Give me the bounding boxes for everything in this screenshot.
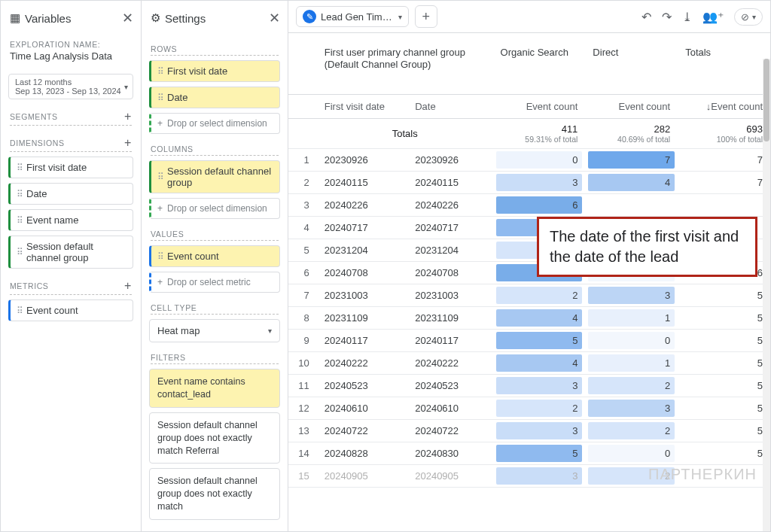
table-row[interactable]: 112024052320240523325 (288, 374, 770, 397)
table-row[interactable]: 22024011520240115347 (288, 171, 770, 193)
cell-organic: 5 (493, 329, 586, 351)
metric-chip[interactable]: ⠿Event count (8, 299, 133, 321)
cell-direct: 2 (585, 374, 678, 397)
redo-icon[interactable]: ↷ (662, 10, 672, 24)
cell-date: 20240610 (407, 397, 492, 419)
row-index: 12 (288, 397, 317, 419)
value-chip[interactable]: ⠿Event count (149, 245, 280, 267)
rows-header: ROWS (151, 44, 279, 56)
row-chip[interactable]: ⠿First visit date (149, 60, 280, 82)
cell-direct: 0 (585, 442, 678, 464)
plus-icon: + (157, 277, 163, 287)
table-row[interactable]: 122024061020240610235 (288, 397, 770, 419)
chevron-down-icon: ▾ (398, 13, 402, 21)
add-segment-button[interactable]: + (124, 110, 132, 123)
plus-icon: + (157, 203, 163, 214)
filter-card[interactable]: Event name contains contact_lead (149, 369, 280, 408)
variables-title: Variables (25, 12, 71, 25)
add-tab-button[interactable]: + (415, 5, 437, 28)
column-dropzone[interactable]: +Drop or select dimension (149, 198, 280, 219)
drag-icon: ⠿ (157, 93, 163, 103)
table-row[interactable]: 12023092620230926077 (288, 148, 770, 171)
cell-direct: 0 (585, 329, 678, 351)
cell-type-select[interactable]: Heat map ▾ (149, 319, 280, 342)
sampling-status[interactable]: ⊘▾ (734, 8, 763, 26)
cell-first-visit-date: 20231204 (317, 239, 407, 261)
cell-date: 20240117 (407, 329, 492, 351)
tab-lead-gen[interactable]: ✎ Lead Gen Tim… ▾ (296, 6, 409, 27)
col-header[interactable]: Event count (585, 94, 678, 118)
row-index: 5 (288, 239, 317, 261)
cell-first-visit-date: 20240828 (317, 442, 407, 464)
columns-header: COLUMNS (151, 144, 279, 156)
close-icon[interactable]: ✕ (122, 10, 133, 26)
settings-panel: ⚙ Settings ✕ ROWS ⠿First visit date ⠿Dat… (142, 1, 288, 531)
row-dropzone[interactable]: +Drop or select dimension (149, 113, 280, 134)
cell-first-visit-date: 20240115 (317, 171, 407, 193)
cell-first-visit-date: 20240708 (317, 261, 407, 284)
table-row[interactable]: 320240226202402266 (288, 193, 770, 216)
add-metric-button[interactable]: + (124, 279, 132, 293)
table-row[interactable]: 132024072220240722325 (288, 419, 770, 442)
row-chip[interactable]: ⠿Date (149, 87, 280, 108)
cell-first-visit-date: 20230926 (317, 148, 407, 171)
drag-icon: ⠿ (157, 251, 163, 262)
cell-date: 20240722 (407, 419, 492, 442)
value-dropzone[interactable]: +Drop or select metric (149, 272, 280, 293)
close-icon[interactable]: ✕ (269, 10, 280, 26)
drag-icon: ⠿ (17, 247, 22, 257)
row-index: 3 (288, 193, 317, 216)
download-icon[interactable]: ⤓ (682, 10, 692, 24)
cell-organic: 3 (493, 374, 586, 397)
dimension-chip[interactable]: ⠿Event name (8, 209, 133, 231)
undo-icon[interactable]: ↶ (641, 10, 651, 24)
cell-direct: 3 (585, 397, 678, 419)
col-header[interactable]: Event count (493, 94, 586, 118)
cell-first-visit-date: 20240717 (317, 216, 407, 239)
add-dimension-button[interactable]: + (124, 136, 132, 150)
column-chip[interactable]: ⠿Session default channel group (149, 160, 280, 193)
table-row[interactable]: 102024022220240222415 (288, 351, 770, 374)
cell-total: 5 (678, 329, 770, 351)
col-header[interactable]: Date (407, 94, 492, 118)
table-row[interactable]: 72023100320231003235 (288, 284, 770, 306)
col-header-sort[interactable]: ↓Event count (678, 94, 770, 118)
row-index: 7 (288, 284, 317, 306)
dimension-chip[interactable]: ⠿Date (8, 183, 133, 205)
cell-direct: 1 (585, 306, 678, 329)
cell-first-visit-date: 20240523 (317, 374, 407, 397)
col-header[interactable]: First visit date (317, 94, 407, 118)
cell-total: 5 (678, 284, 770, 306)
dimensions-header: DIMENSIONS + (10, 136, 132, 152)
filter-card[interactable]: Session default channel group does not e… (149, 468, 280, 520)
filter-card[interactable]: Session default channel group does not e… (149, 412, 280, 464)
annotation-callout: The date of the first visit and the date… (537, 217, 757, 277)
chevron-down-icon: ▾ (124, 83, 128, 91)
table-row[interactable]: 92024011720240117505 (288, 329, 770, 351)
cell-date: 20230926 (407, 148, 492, 171)
dimension-chip[interactable]: ⠿Session default channel group (8, 236, 133, 269)
cell-first-visit-date: 20240905 (317, 464, 407, 487)
exploration-name[interactable]: Time Lag Analysis Data (8, 50, 133, 69)
values-header: VALUES (151, 230, 279, 241)
dimension-chip[interactable]: ⠿First visit date (8, 157, 133, 178)
cell-organic: 6 (493, 193, 586, 216)
table-row[interactable]: 15202409052024090532 (288, 464, 770, 487)
scrollbar[interactable] (763, 59, 770, 531)
group-header[interactable]: Organic Search (493, 33, 586, 94)
cell-total: 5 (678, 306, 770, 329)
cell-direct (585, 193, 678, 216)
cell-total: 7 (678, 171, 770, 193)
table-row[interactable]: 142024082820240830505 (288, 442, 770, 464)
exploration-name-label: EXPLORATION NAME: (10, 40, 132, 49)
table-row[interactable]: 82023110920231109415 (288, 306, 770, 329)
cell-organic: 3 (493, 464, 586, 487)
group-header[interactable]: Totals (678, 33, 770, 94)
share-icon[interactable]: 👥⁺ (702, 10, 724, 24)
group-header[interactable]: Direct (585, 33, 678, 94)
cell-date: 20240222 (407, 351, 492, 374)
cell-direct: 7 (585, 148, 678, 171)
date-range-picker[interactable]: Last 12 months Sep 13, 2023 - Sep 13, 20… (8, 74, 133, 99)
cell-organic: 5 (493, 442, 586, 464)
cell-first-visit-date: 20231109 (317, 306, 407, 329)
